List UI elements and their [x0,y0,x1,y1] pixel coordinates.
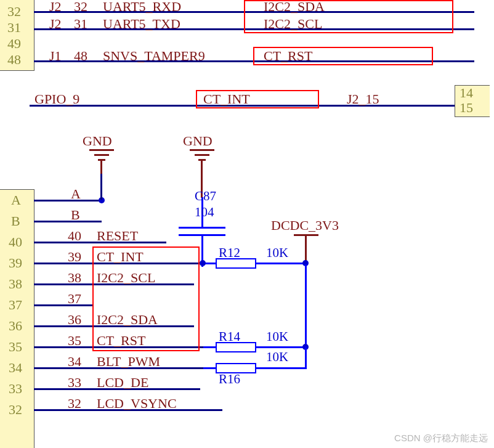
pin-num: A [11,192,21,208]
power-label: DCDC_3V3 [271,218,339,234]
pin-num: 38 [9,276,22,292]
net-alt: I2C2_SCL [264,16,322,32]
cap-ref: C87 [195,189,216,204]
net-sig: UART5_TXD [103,16,180,32]
net-sig: CT_RST [97,333,145,349]
net-wire [34,200,102,202]
net-alt: CT_RST [264,48,312,64]
net-sig: LCD_VSYNC [97,396,177,412]
net-wire [34,60,474,62]
pin-label: 32 [68,396,81,412]
res-val: 10K [266,245,288,261]
net-ref: J1 [49,48,62,64]
pin-num: 36 [9,318,22,334]
net-ref: J2 [49,16,62,32]
net-wire [34,28,474,30]
res-ref: R16 [219,372,240,387]
pin-num: 48 [7,52,21,68]
net-sig: RESET [97,228,138,244]
pin-num: 39 [9,255,22,271]
res-val: 10K [266,329,288,344]
pin-label: 38 [68,270,81,286]
net-wire [34,221,102,222]
net-sig: SNVS_TAMPER9 [103,48,205,64]
pin-num: 49 [7,36,21,52]
pin-num: 32 [9,402,22,418]
net-wire [34,11,474,13]
net-alt: I2C2_SDA [264,0,325,15]
net-num: 31 [74,16,87,32]
pin-label: 33 [68,375,81,391]
net-sig: I2C2_SDA [97,312,158,328]
pin-num: 15 [460,100,473,116]
pin-num: 34 [9,360,22,376]
net-wire [34,304,92,306]
pin-label: 37 [68,291,81,307]
wire [256,263,307,264]
net-wire [100,174,102,200]
wire [256,346,307,348]
pin-label: B [71,207,80,223]
net-num: 32 [74,0,87,15]
net-sig: BLT_PWM [97,354,160,370]
net-ref: J2 [49,0,62,15]
pin-num: 32 [7,4,21,20]
pin-label: 40 [68,228,81,244]
gnd-label: GND [83,133,112,149]
pin-num: 33 [9,381,22,397]
pin-num: 35 [9,339,22,355]
gnd-symbol [89,149,114,174]
pin-num: 31 [7,20,21,36]
net-sig: CT_INT [97,249,144,265]
pin-num: 37 [9,297,22,313]
gpio-left: GPIO_9 [34,91,79,107]
pin-label: 36 [68,312,81,328]
wire [305,346,307,369]
net-num: 48 [74,48,87,64]
wire [256,367,307,369]
gpio-mid: CT_INT [203,91,250,107]
pin-label: A [71,186,81,202]
gnd-symbol [190,149,214,174]
pin-label: 34 [68,354,81,370]
watermark: CSDN @行稳方能走远 [394,433,488,444]
pin-label: 39 [68,249,81,265]
gpio-right: J2_15 [347,91,379,107]
pin-label: 35 [68,333,81,349]
pin-num: B [11,213,20,229]
res-ref: R12 [219,245,240,261]
res-ref: R14 [219,329,240,344]
gnd-label: GND [183,133,213,149]
junction-dot [200,260,206,266]
wire [203,346,216,348]
cap-val: 104 [195,205,214,220]
net-sig: I2C2_SCL [97,270,155,286]
net-sig: UART5_RXD [103,0,181,15]
pin-num: 14 [460,85,473,101]
pin-num: 40 [9,234,22,250]
wire [203,367,216,369]
res-val: 10K [266,349,288,365]
net-sig: LCD_DE [97,375,148,391]
capacitor-plate [179,227,225,229]
